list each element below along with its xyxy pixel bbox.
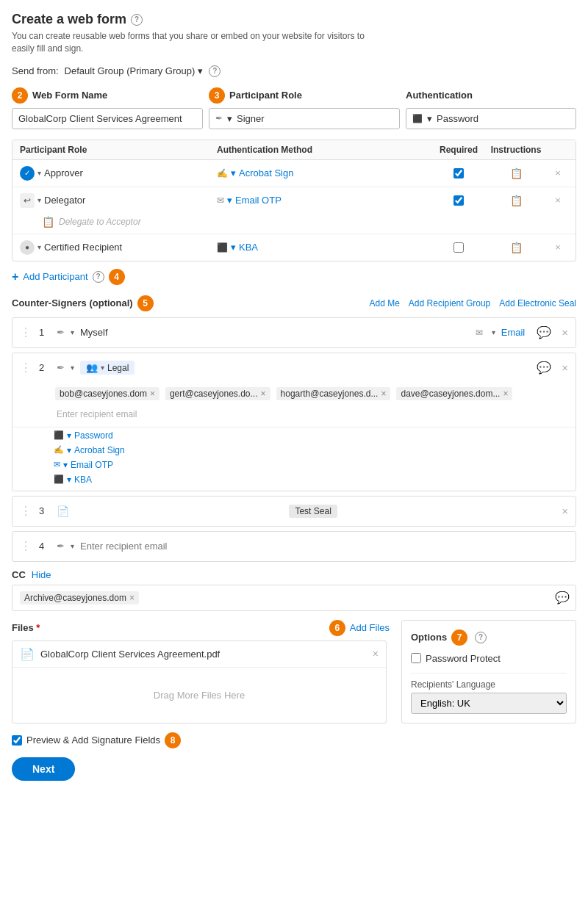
delegator-auth-select[interactable]: ✉ ▾ Email OTP <box>217 195 427 206</box>
add-me-btn[interactable]: Add Me <box>370 298 400 308</box>
recipients-language-label: Recipients' Language <box>411 679 567 690</box>
approver-auth-select[interactable]: ✍ ▾ Acrobat Sign <box>217 167 427 178</box>
page-title-text: Create a web form <box>12 12 126 27</box>
signer-1-auth-chevron[interactable]: ▾ <box>492 328 495 336</box>
table-row: ✓ ▾ Approver ✍ ▾ Acrobat Sign 📋 × <box>12 160 576 187</box>
table-row: ↩ ▾ Delegator ✉ ▾ Email OTP 📋 × 📋 Delega… <box>12 187 576 234</box>
files-section: Files * 6 Add Files 📄 GlobalCorp Client … <box>12 620 390 723</box>
add-participant-label: Add Participant <box>23 271 87 282</box>
signer-row-1: ⋮ 1 ✒ ▾ Myself ✉ ▾ Email 💬 × <box>12 317 576 348</box>
send-from-chevron: ▾ <box>198 65 203 76</box>
participant-table: Participant Role Authentication Method R… <box>12 140 576 261</box>
counter-signers-title: Counter-Signers (optional) 5 <box>12 295 154 311</box>
signer-4-email-input[interactable] <box>80 541 568 552</box>
col-participant-role: Participant Role <box>20 145 211 155</box>
send-from-label: Send from: <box>12 65 59 76</box>
certified-auth-select[interactable]: ⬛ ▾ KBA <box>217 242 427 253</box>
add-electronic-seal-btn[interactable]: Add Electronic Seal <box>499 298 576 308</box>
signer-2-email-input[interactable]: Enter recipient email <box>54 408 568 421</box>
step-badge-7: 7 <box>451 629 467 646</box>
delegator-role-select[interactable]: ↩ ▾ Delegator <box>20 193 211 208</box>
signer-row-3: ⋮ 3 📄 Test Seal × <box>12 496 576 527</box>
step-badge-8: 8 <box>165 732 181 748</box>
add-files-btn[interactable]: Add Files <box>350 622 390 633</box>
password-protect-checkbox[interactable] <box>411 653 421 663</box>
col-instructions: Instructions <box>490 145 542 155</box>
options-panel: Options 7 ? Password Protect Recipients'… <box>401 620 576 723</box>
col-required: Required <box>433 145 484 155</box>
counter-signers-actions: Add Me Add Recipient Group Add Electroni… <box>370 298 577 308</box>
cc-hide-link[interactable]: Hide <box>32 569 51 580</box>
signer-1-main: ⋮ 1 ✒ ▾ Myself ✉ ▾ Email 💬 × <box>12 318 576 347</box>
drag-handle-4[interactable]: ⋮ <box>20 539 32 553</box>
step-badge-2: 2 <box>12 87 28 104</box>
file-remove-btn[interactable]: × <box>373 648 379 660</box>
send-from-help-icon[interactable]: ? <box>209 65 220 77</box>
add-recipient-group-btn[interactable]: Add Recipient Group <box>409 298 490 308</box>
signer-2-auth-password[interactable]: ⬛▾Password <box>54 430 568 441</box>
approver-role-select[interactable]: ✓ ▾ Approver <box>20 166 211 181</box>
files-title: Files * <box>12 622 40 633</box>
delegate-sub-row: 📋 Delegate to Acceptor <box>12 214 576 234</box>
signer-2-auth-kba[interactable]: ⬛▾KBA <box>54 474 568 485</box>
files-options-container: Files * 6 Add Files 📄 GlobalCorp Client … <box>12 620 576 723</box>
email-tag-bob: bob@caseyjones.dom × <box>55 387 159 400</box>
signer-1-remove[interactable]: × <box>562 326 568 339</box>
certified-required-checkbox[interactable] <box>433 242 484 253</box>
signer-4-role-chevron[interactable]: ▾ <box>71 542 74 550</box>
approver-remove-btn[interactable]: × <box>548 167 568 178</box>
signer-2-auth-email-otp[interactable]: ✉▾Email OTP <box>54 460 568 470</box>
form-section-headers: 2 Web Form Name 3 Participant Role Authe… <box>12 87 576 104</box>
delegator-remove-btn[interactable]: × <box>548 195 568 206</box>
signer-num-1: 1 <box>39 327 51 338</box>
authentication-select[interactable]: ⬛ ▾ Password <box>406 108 576 129</box>
delegator-required-checkbox[interactable] <box>433 195 484 206</box>
signer-2-group-tag: 👥 ▾ Legal <box>80 361 135 375</box>
auth-chevron-kba: ▾ <box>67 474 71 485</box>
page-subtitle: You can create reusable web forms that y… <box>12 30 365 55</box>
file-pdf-icon: 📄 <box>20 647 35 661</box>
certified-auth-chevron: ▾ <box>231 242 236 253</box>
certified-role-select[interactable]: ● ▾ Certified Recipient <box>20 240 211 255</box>
language-select[interactable]: English: UK English: US French German Sp… <box>411 693 567 714</box>
drag-handle-2[interactable]: ⋮ <box>20 361 32 375</box>
cc-message-icon[interactable]: 💬 <box>555 591 570 604</box>
signer-2-group-name: Legal <box>107 363 129 373</box>
drag-handle-3[interactable]: ⋮ <box>20 504 32 518</box>
auth-chevron-acrobat: ▾ <box>67 445 71 455</box>
add-participant-help[interactable]: ? <box>93 271 104 283</box>
web-form-name-input[interactable] <box>12 108 203 129</box>
page-help-icon[interactable]: ? <box>131 14 143 26</box>
approver-instructions-icon[interactable]: 📋 <box>490 167 542 179</box>
preview-checkbox[interactable] <box>12 735 22 746</box>
approver-auth-chevron: ▾ <box>231 167 236 178</box>
drag-handle-1[interactable]: ⋮ <box>20 325 32 339</box>
approver-required-checkbox[interactable] <box>433 168 484 178</box>
options-help-icon[interactable]: ? <box>475 632 487 643</box>
send-from-select[interactable]: Default Group (Primary Group) ▾ <box>65 65 204 76</box>
signer-2-role-chevron[interactable]: ▾ <box>71 364 74 372</box>
form-inputs-row: ✒ ▾ Signer ⬛ ▾ Password <box>12 108 576 129</box>
certified-remove-btn[interactable]: × <box>548 242 568 253</box>
cc-email-remove[interactable]: × <box>129 593 135 603</box>
drag-area[interactable]: Drag More Files Here <box>12 668 386 723</box>
file-name: GlobalCorp Client Services Agreement.pdf <box>40 649 367 660</box>
counter-signers-section: Counter-Signers (optional) 5 Add Me Add … <box>12 295 576 311</box>
delegator-row: ↩ ▾ Delegator ✉ ▾ Email OTP 📋 × <box>12 187 576 214</box>
signer-2-message-icon[interactable]: 💬 <box>537 361 551 375</box>
email-tag-gert: gert@caseyjones.do... × <box>165 387 270 400</box>
signer-row-4: ⋮ 4 ✒ ▾ <box>12 531 576 562</box>
signer-1-message-icon[interactable]: 💬 <box>537 325 551 339</box>
signer-3-remove[interactable]: × <box>562 505 568 517</box>
delegator-instructions-icon[interactable]: 📋 <box>490 195 542 206</box>
signer-1-role-chevron[interactable]: ▾ <box>71 328 74 336</box>
add-participant-row[interactable]: + Add Participant ? 4 <box>12 269 576 285</box>
participant-role-select[interactable]: ✒ ▾ Signer <box>209 108 400 129</box>
signer-2-auth-acrobat[interactable]: ✍▾Acrobat Sign <box>54 445 568 455</box>
signer-2-remove[interactable]: × <box>562 361 568 374</box>
next-button[interactable]: Next <box>12 757 75 781</box>
step-badge-5: 5 <box>137 295 154 311</box>
email-tag-hogarth: hogarth@caseyjones.d... × <box>276 387 391 400</box>
certified-instructions-icon[interactable]: 📋 <box>490 242 542 253</box>
step-badge-3: 3 <box>209 87 225 104</box>
